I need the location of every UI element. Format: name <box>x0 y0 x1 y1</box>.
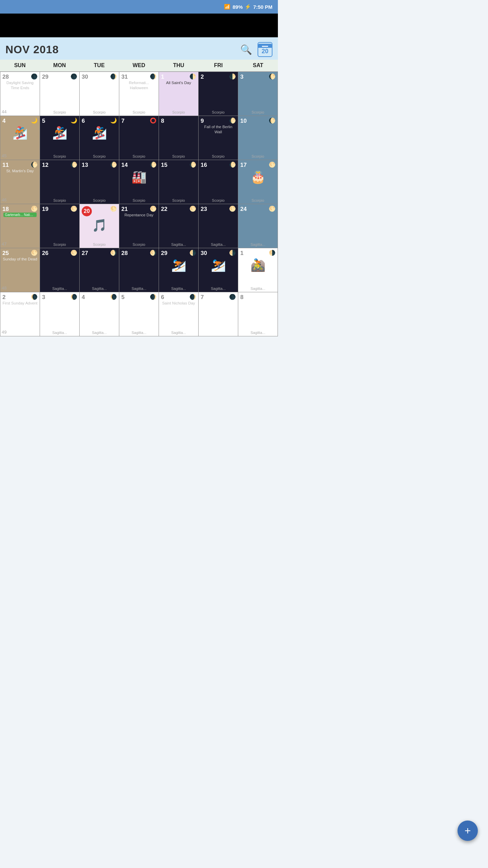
moon-icon: 🌕 <box>229 206 236 212</box>
cal-cell-28-week4[interactable]: 28🌖Sagitta... <box>119 248 159 292</box>
moon-icon: 🌕 <box>31 250 38 256</box>
moon-icon: 🌙 <box>70 118 77 123</box>
cal-cell-6-week5[interactable]: 6🌒Saint Nicholas DaySagitta... <box>159 292 199 336</box>
moon-icon: 🌕 <box>150 206 157 212</box>
cal-cell-19-week3[interactable]: 19🌕Scorpio <box>40 204 80 248</box>
moon-icon: 🌔 <box>70 162 77 167</box>
cell-top: 13🌔 <box>81 161 118 168</box>
cal-cell-4-week5[interactable]: 4🌘Sagitta... <box>80 292 119 336</box>
cell-emoji: ⛷️ <box>171 258 186 272</box>
search-button[interactable]: 🔍 <box>240 44 252 55</box>
zodiac-label: Scorpio <box>159 198 198 202</box>
search-icon: 🔍 <box>240 44 252 55</box>
cell-emoji: 🎵 <box>92 218 107 233</box>
day-headers: SUN MON TUE WED THU FRI SAT <box>0 60 278 72</box>
zodiac-label: Scorpio <box>119 110 159 114</box>
cal-cell-2-week5[interactable]: 2🌘First Sunday Advent49 <box>0 292 40 336</box>
cell-emoji: 🏂 <box>92 126 107 140</box>
cal-cell-7-week1[interactable]: 7⭕Scorpio <box>119 116 159 160</box>
cal-cell-18-week3[interactable]: 18🌕Gartenarb... National...47 <box>0 204 40 248</box>
cell-top: 3🌘 <box>41 294 78 300</box>
cal-cell-21-week3[interactable]: 21🌕Repentance DayScorpio <box>119 204 159 248</box>
cal-cell-25-week4[interactable]: 25🌕Sunday of the Dead48 <box>0 248 40 292</box>
cal-cell-14-week2[interactable]: 14🌔🏭Scorpio <box>119 160 159 204</box>
cal-cell-8-week1[interactable]: 8Scorpio <box>159 116 199 160</box>
cell-top: 25🌕 <box>2 250 38 256</box>
cal-cell-29-week0[interactable]: 29🌑Scorpio <box>40 72 80 116</box>
cal-cell-8-week5[interactable]: 8Sagitta... <box>238 292 278 336</box>
cal-cell-6-week1[interactable]: 6🌙🏂Scorpio <box>80 116 119 160</box>
cal-cell-26-week4[interactable]: 26🌕Sagitta... <box>40 248 80 292</box>
cal-cell-30-week0[interactable]: 30🌒Scorpio <box>80 72 119 116</box>
battery-icon: ⚡ <box>245 4 251 10</box>
day-header-mon: MON <box>40 60 79 71</box>
cal-cell-4-week1[interactable]: 4🌙🏂45 <box>0 116 40 160</box>
cal-cell-11-week2[interactable]: 11🌔St. Martin's Day46 <box>0 160 40 204</box>
cell-date: 31 <box>121 74 128 80</box>
cell-date: 29 <box>161 250 167 256</box>
cell-date: 29 <box>42 74 48 80</box>
cal-cell-29-week4[interactable]: 29🌗⛷️Sagitta... <box>159 248 199 292</box>
day-header-thu: THU <box>159 60 199 71</box>
cal-cell-31-week0[interactable]: 31🌒Reformati... HalloweenScorpio <box>119 72 159 116</box>
cal-cell-10-week1[interactable]: 10🌔Scorpio <box>238 116 278 160</box>
cal-cell-24-week3[interactable]: 24🌕Sagitta... <box>238 204 278 248</box>
cal-cell-27-week4[interactable]: 27🌖Sagitta... <box>80 248 119 292</box>
cell-top: 4🌘 <box>81 294 118 300</box>
moon-icon: 🌒 <box>189 294 196 300</box>
moon-icon: 🌕 <box>269 206 276 212</box>
moon-icon: 🌑 <box>229 294 236 300</box>
cell-date: 11 <box>2 162 9 168</box>
black-band <box>0 14 278 37</box>
cell-emoji: 🚵 <box>250 258 266 272</box>
zodiac-label: Scorpio <box>159 110 198 114</box>
cal-cell-12-week2[interactable]: 12🌔Scorpio <box>40 160 80 204</box>
cal-cell-23-week3[interactable]: 23🌕Sagitta... <box>199 204 238 248</box>
moon-icon: 🌔 <box>269 74 276 79</box>
cal-cell-9-week1[interactable]: 9🌔Fall of the Berlin WallScorpio <box>199 116 238 160</box>
cal-cell-1-week4[interactable]: 1🌗🚵Sagitta... <box>238 248 278 292</box>
cal-cell-5-week5[interactable]: 5🌒Sagitta... <box>119 292 159 336</box>
cell-date: 23 <box>201 206 207 212</box>
cell-top: 9🌔 <box>200 117 237 124</box>
cell-date: 2 <box>201 74 204 80</box>
moon-icon: 🌔 <box>229 118 236 123</box>
week-number: 49 <box>2 330 6 335</box>
cal-cell-3-week0[interactable]: 3🌔Scorpio <box>238 72 278 116</box>
cal-cell-16-week2[interactable]: 16🌔Scorpio <box>199 160 238 204</box>
cal-cell-30-week4[interactable]: 30🌗⛷️Sagitta... <box>199 248 238 292</box>
cell-top: 10🌔 <box>240 117 276 124</box>
cal-cell-20-week3[interactable]: 20🌕🎵Scorpio <box>80 204 119 248</box>
calendar-icon-box[interactable]: ▬▬ 20 <box>258 42 272 57</box>
cal-cell-13-week2[interactable]: 13🌔Scorpio <box>80 160 119 204</box>
cell-event: St. Martin's Day <box>6 169 34 174</box>
cal-cell-17-week2[interactable]: 17🌕🎂Scorpio <box>238 160 278 204</box>
cell-date: 7 <box>121 118 124 124</box>
cell-date: 2 <box>2 294 5 300</box>
cal-cell-1-week0[interactable]: 1🌓All Saint's DayScorpio <box>159 72 199 116</box>
zodiac-label: Sagitta... <box>199 287 238 291</box>
cal-cell-7-week5[interactable]: 7🌑 <box>199 292 238 336</box>
cell-top: 19🌕 <box>41 205 78 212</box>
cell-top: 22🌕 <box>160 205 197 212</box>
cell-date: 6 <box>82 118 85 124</box>
cal-cell-5-week1[interactable]: 5🌙🏂Scorpio <box>40 116 80 160</box>
cal-cell-22-week3[interactable]: 22🌕Sagitta... <box>159 204 199 248</box>
cell-top: 7⭕ <box>121 117 157 124</box>
moon-icon: 🌘 <box>31 294 38 300</box>
cell-date: 26 <box>42 250 48 256</box>
cell-top: 27🌖 <box>81 250 118 256</box>
cal-cell-28-week0[interactable]: 28🌑Daylight Saving Time Ends44 <box>0 72 40 116</box>
header-icons: 🔍 ▬▬ 20 <box>240 42 272 57</box>
cal-cell-15-week2[interactable]: 15🌔Scorpio <box>159 160 199 204</box>
day-header-sun: SUN <box>0 60 40 71</box>
cal-cell-3-week5[interactable]: 3🌘Sagitta... <box>40 292 80 336</box>
cell-top: 15🌔 <box>160 161 197 168</box>
status-icons: 📶 89% ⚡ 7:50 PM <box>224 4 272 10</box>
cal-cell-2-week0[interactable]: 2🌓Scorpio <box>199 72 238 116</box>
moon-icon: 🌗 <box>269 250 276 256</box>
signal-icon: 📶 <box>224 4 230 10</box>
cell-date: 22 <box>161 206 167 212</box>
cell-event: Saint Nicholas Day <box>162 301 195 306</box>
cell-top: 24🌕 <box>240 205 276 212</box>
